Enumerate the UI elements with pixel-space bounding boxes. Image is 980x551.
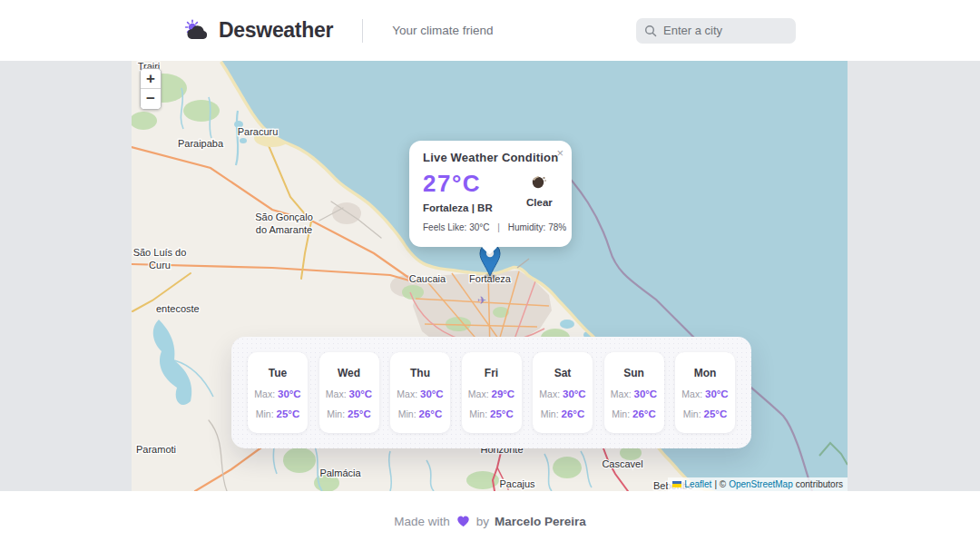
min-label: Min:	[327, 408, 345, 419]
forecast-card-sat: Sat Max: 30°C Min: 26°C	[533, 352, 593, 433]
map-label: Paraipaba	[178, 138, 224, 149]
app-tagline: Your climate friend	[392, 24, 493, 37]
current-temperature: 27°C	[423, 172, 514, 196]
footer-by: by	[476, 515, 489, 528]
day-label: Sun	[604, 367, 664, 379]
feels-like-label: Feels Like:	[423, 222, 466, 232]
map-attribution: Leaflet | © OpenStreetMap contributors	[668, 477, 848, 491]
max-label: Max:	[254, 389, 275, 399]
city-search	[636, 18, 796, 44]
leaflet-link[interactable]: Leaflet	[684, 479, 711, 489]
map-label: São Gonçalo	[255, 212, 313, 222]
map-label: entecoste	[156, 303, 200, 314]
day-label: Fri	[462, 367, 522, 379]
min-label: Min:	[256, 408, 274, 419]
details-divider: |	[497, 222, 500, 232]
max-temp: 30°C	[633, 389, 657, 399]
forecast-card-mon: Mon Max: 30°C Min: 25°C	[675, 352, 735, 433]
app-header: Desweather Your climate friend	[0, 0, 980, 61]
zoom-in-button[interactable]: +	[141, 69, 161, 89]
map-label: Palmácia	[319, 467, 361, 478]
feels-like-value: 30°C	[469, 222, 489, 232]
humidity-value: 78%	[548, 222, 566, 232]
min-temp: 25°C	[348, 408, 371, 419]
brand-group: Desweather Your climate friend	[184, 18, 493, 43]
min-temp: 26°C	[419, 408, 443, 419]
map-label: São Luís do	[133, 247, 187, 258]
forecast-card-tue: Tue Max: 30°C Min: 25°C	[248, 352, 308, 433]
max-label: Max:	[397, 389, 417, 399]
max-label: Max:	[468, 389, 489, 399]
attribution-separator: | ©	[714, 479, 726, 489]
forecast-panel: Tue Max: 30°C Min: 25°C Wed Max: 30°C Mi…	[231, 337, 751, 448]
popup-title: Live Weather Condition	[423, 151, 560, 164]
min-temp: 25°C	[490, 408, 514, 419]
max-temp: 30°C	[348, 389, 372, 399]
map-label: Pacajus	[499, 478, 535, 489]
search-icon	[644, 25, 657, 37]
map-zoom-control: + −	[140, 68, 162, 110]
footer-author: Marcelo Pereira	[495, 515, 586, 528]
min-label: Min:	[683, 408, 701, 419]
map-label: Caucaia	[409, 273, 446, 284]
current-location: Fortaleza | BR	[423, 202, 514, 213]
weather-details: Feels Like: 30°C | Humidity: 78%	[423, 222, 560, 232]
popup-close-icon[interactable]: ×	[556, 147, 564, 159]
min-label: Min:	[469, 408, 487, 419]
day-label: Wed	[319, 367, 379, 379]
weather-popup: × Live Weather Condition 27°C Fortaleza …	[409, 141, 572, 247]
map-label: Curu	[149, 260, 171, 271]
max-label: Max:	[681, 389, 702, 399]
cloud-sun-logo-icon	[184, 19, 211, 43]
max-temp: 30°C	[705, 389, 729, 399]
weather-condition: Clear	[526, 197, 553, 208]
max-temp: 29°C	[491, 389, 514, 399]
attribution-suffix: contributors	[796, 479, 843, 489]
map-label: Cascavel	[602, 458, 642, 469]
max-temp: 30°C	[563, 389, 586, 399]
max-label: Max:	[611, 389, 632, 399]
map-label: Paracuru	[238, 126, 279, 137]
min-temp: 26°C	[562, 408, 585, 419]
day-label: Mon	[675, 367, 735, 379]
zoom-out-button[interactable]: −	[141, 89, 161, 109]
map-label: Paramoti	[136, 444, 176, 455]
min-temp: 25°C	[704, 408, 728, 419]
airport-icon: ✈	[477, 294, 486, 307]
map-container[interactable]: Trairi Paracuru Paraipaba São Gonçalo do…	[0, 61, 980, 491]
humidity-label: Humidity:	[508, 222, 546, 232]
min-temp: 25°C	[277, 408, 300, 419]
min-label: Min:	[541, 408, 559, 419]
day-label: Thu	[390, 367, 450, 379]
header-divider	[362, 19, 363, 43]
app-footer: Made with by Marcelo Pereira	[0, 491, 980, 551]
openstreetmap-link[interactable]: OpenStreetMap	[729, 479, 793, 489]
day-label: Tue	[248, 367, 308, 379]
forecast-card-thu: Thu Max: 30°C Min: 26°C	[390, 352, 450, 433]
max-temp: 30°C	[420, 389, 444, 399]
search-input[interactable]	[636, 18, 796, 44]
footer-made-with: Made with	[394, 515, 450, 528]
forecast-card-fri: Fri Max: 29°C Min: 25°C	[462, 352, 522, 433]
min-label: Min:	[612, 408, 630, 419]
forecast-card-wed: Wed Max: 30°C Min: 25°C	[319, 352, 379, 433]
max-label: Max:	[539, 389, 560, 399]
purple-heart-icon	[456, 515, 470, 527]
min-label: Min:	[398, 408, 416, 419]
min-temp: 26°C	[632, 408, 656, 419]
forecast-card-sun: Sun Max: 30°C Min: 26°C	[604, 352, 664, 433]
max-label: Max:	[326, 389, 347, 399]
ukraine-flag-icon	[672, 481, 681, 487]
map-label: do Amarante	[256, 224, 312, 235]
app-title: Desweather	[219, 18, 333, 43]
clear-night-moon-icon	[531, 173, 547, 190]
max-temp: 30°C	[278, 389, 301, 399]
day-label: Sat	[533, 367, 593, 379]
